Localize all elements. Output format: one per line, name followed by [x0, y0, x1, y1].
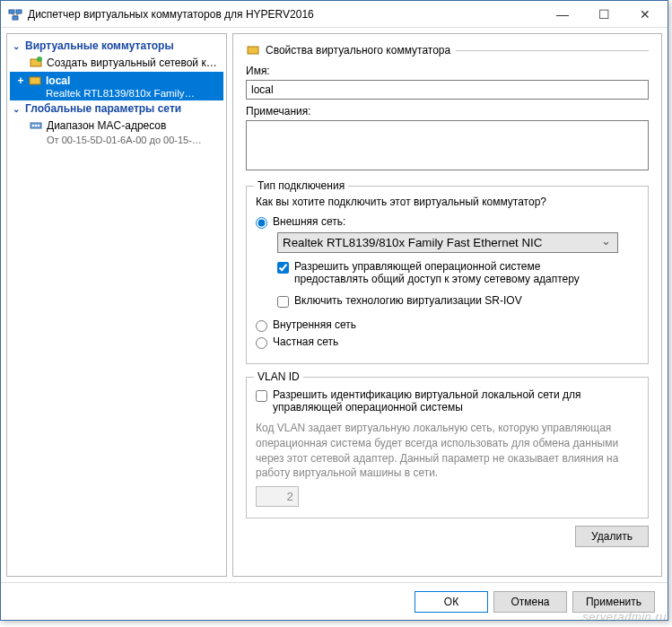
radio-private[interactable]: Частная сеть	[256, 335, 639, 349]
check-allow-mgmt[interactable]: Разрешить управляющей операционной систе…	[277, 260, 639, 285]
footer: ОК Отмена Применить	[1, 582, 668, 620]
chevron-down-icon: ⌄	[13, 41, 22, 51]
svg-rect-12	[248, 47, 258, 54]
radio-label: Внешняя сеть:	[273, 215, 345, 228]
sidebar-item-sublabel: От 00-15-5D-01-6A-00 до 00-15-…	[7, 135, 226, 148]
close-button[interactable]: ✕	[624, 1, 666, 28]
radio-external-input[interactable]	[256, 217, 267, 229]
panel-header: Свойства виртуального коммутатора	[246, 43, 649, 57]
network-adapter-icon	[29, 118, 43, 133]
svg-rect-11	[38, 125, 39, 126]
svg-point-6	[37, 57, 42, 62]
check-vlan-enable-input[interactable]	[256, 390, 267, 402]
sidebar-group-label: Глобальные параметры сети	[25, 102, 181, 115]
check-label: Включить технологию виртуализации SR-IOV	[294, 294, 522, 307]
connection-type-legend: Тип подключения	[254, 179, 348, 192]
titlebar: Диспетчер виртуальных коммутаторов для H…	[1, 1, 668, 28]
check-sriov[interactable]: Включить технологию виртуализации SR-IOV	[277, 294, 639, 308]
svg-rect-7	[30, 77, 40, 84]
properties-panel: Свойства виртуального коммутатора Имя: П…	[232, 33, 662, 577]
content: ⌄ Виртуальные коммутаторы Создать виртуа…	[1, 28, 668, 582]
sidebar-item-create-switch[interactable]: Создать виртуальный сетевой к…	[7, 54, 226, 72]
sidebar: ⌄ Виртуальные коммутаторы Создать виртуа…	[6, 33, 227, 577]
check-label: Разрешить идентификацию виртуальной лока…	[273, 388, 614, 414]
delete-button[interactable]: Удалить	[575, 526, 649, 547]
switch-icon	[28, 74, 42, 88]
radio-internal-input[interactable]	[256, 320, 267, 332]
svg-rect-10	[35, 125, 37, 126]
sidebar-group-switches[interactable]: ⌄ Виртуальные коммутаторы	[7, 38, 226, 54]
sidebar-item-label: local	[46, 74, 220, 87]
panel-header-label: Свойства виртуального коммутатора	[266, 44, 450, 57]
app-icon	[8, 7, 22, 22]
check-allow-mgmt-input[interactable]	[277, 262, 289, 274]
connection-question: Как вы хотите подключить этот виртуальны…	[256, 196, 639, 208]
radio-label: Внутренняя сеть	[273, 318, 356, 331]
ok-button[interactable]: ОК	[415, 591, 488, 613]
switch-icon	[246, 43, 260, 57]
expand-icon[interactable]: +	[13, 74, 28, 87]
svg-rect-0	[9, 10, 14, 13]
maximize-button[interactable]: ☐	[583, 1, 624, 28]
radio-label: Частная сеть	[273, 335, 338, 348]
minimize-button[interactable]: —	[542, 1, 583, 28]
divider	[456, 50, 649, 51]
cancel-button[interactable]: Отмена	[493, 591, 567, 613]
check-sriov-input[interactable]	[277, 296, 289, 308]
vlan-description: Код VLAN задает виртуальную локальную се…	[256, 421, 639, 481]
apply-button[interactable]: Применить	[572, 591, 655, 613]
vlan-group: VLAN ID Разрешить идентификацию виртуаль…	[246, 377, 649, 518]
radio-private-input[interactable]	[256, 337, 267, 349]
sidebar-item-local[interactable]: + local Realtek RTL8139/810x Family…	[10, 72, 223, 100]
check-vlan-enable[interactable]: Разрешить идентификацию виртуальной лока…	[256, 388, 639, 414]
radio-external[interactable]: Внешняя сеть:	[256, 215, 639, 229]
svg-rect-9	[32, 125, 34, 126]
new-switch-icon	[29, 56, 43, 70]
sidebar-item-label: Диапазон MAC-адресов	[47, 119, 166, 132]
window: Диспетчер виртуальных коммутаторов для H…	[0, 0, 668, 621]
notes-label: Примечания:	[246, 105, 649, 118]
vlan-id-input	[256, 486, 299, 507]
adapter-select[interactable]: Realtek RTL8139/810x Family Fast Etherne…	[277, 232, 618, 253]
vlan-legend: VLAN ID	[254, 370, 303, 383]
svg-rect-2	[13, 16, 18, 20]
notes-input[interactable]	[246, 120, 649, 170]
sidebar-group-global[interactable]: ⌄ Глобальные параметры сети	[7, 100, 226, 117]
sidebar-item-mac-range[interactable]: Диапазон MAC-адресов	[7, 117, 226, 135]
check-label: Разрешить управляющей операционной систе…	[294, 260, 617, 285]
sidebar-item-label: Создать виртуальный сетевой к…	[47, 57, 217, 69]
name-input[interactable]	[246, 80, 649, 100]
connection-type-group: Тип подключения Как вы хотите подключить…	[246, 186, 649, 364]
chevron-down-icon: ⌄	[13, 104, 22, 114]
svg-rect-1	[16, 10, 22, 13]
sidebar-item-sublabel: Realtek RTL8139/810x Family…	[10, 88, 223, 100]
name-label: Имя:	[246, 65, 649, 77]
sidebar-group-label: Виртуальные коммутаторы	[25, 39, 174, 52]
radio-internal[interactable]: Внутренняя сеть	[256, 318, 639, 332]
window-title: Диспетчер виртуальных коммутаторов для H…	[28, 8, 542, 21]
